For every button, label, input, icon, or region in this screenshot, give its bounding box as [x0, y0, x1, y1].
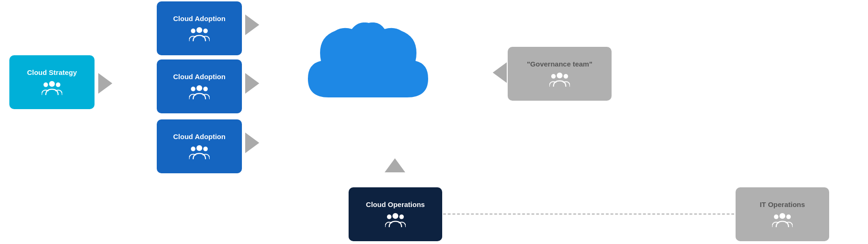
it-operations-label: IT Operations — [760, 200, 805, 209]
cloud-adoption-bot-card: Cloud Adoption — [157, 119, 242, 173]
svg-point-5 — [203, 29, 208, 33]
cloud-strategy-label: Cloud Strategy — [27, 68, 77, 77]
svg-point-20 — [786, 214, 791, 219]
cloud-shape — [295, 22, 430, 121]
governance-people-icon — [549, 71, 570, 88]
adoption-mid-people-icon — [189, 84, 210, 101]
svg-point-14 — [399, 214, 404, 219]
svg-point-4 — [191, 29, 196, 33]
svg-point-17 — [563, 74, 568, 79]
svg-point-13 — [387, 214, 392, 219]
cloud-adoption-mid-label: Cloud Adoption — [173, 73, 226, 81]
cloud-adoption-top-card: Cloud Adoption — [157, 1, 242, 55]
svg-point-12 — [393, 213, 398, 219]
svg-point-3 — [197, 27, 202, 33]
svg-point-11 — [203, 147, 208, 151]
svg-point-6 — [197, 85, 202, 91]
it-operations-people-icon — [772, 212, 793, 229]
adoption-top-people-icon — [189, 26, 210, 43]
arrow-adoption-mid — [245, 73, 259, 94]
arrow-ops-up — [385, 158, 405, 172]
svg-point-19 — [774, 214, 779, 219]
cloud-adoption-top-label: Cloud Adoption — [173, 15, 226, 23]
arrow-adoption-bot — [245, 133, 259, 153]
cloud-strategy-card: Cloud Strategy — [9, 55, 95, 109]
cloud-operations-card: Cloud Operations — [349, 187, 442, 241]
cloud-adoption-bot-label: Cloud Adoption — [173, 133, 226, 141]
governance-team-card: "Governance team" — [508, 47, 612, 101]
arrow-governance — [493, 62, 507, 83]
adoption-bot-people-icon — [189, 144, 210, 161]
diagram: Cloud Strategy Cloud Adoption Cloud Adop… — [0, 0, 868, 244]
svg-point-8 — [203, 87, 208, 91]
svg-point-1 — [44, 82, 48, 87]
svg-point-9 — [197, 145, 202, 151]
cloud-operations-label: Cloud Operations — [366, 200, 425, 209]
arrow-adoption-top — [245, 15, 259, 35]
svg-point-0 — [49, 81, 55, 87]
svg-point-16 — [551, 74, 556, 79]
governance-team-label: "Governance team" — [527, 60, 592, 68]
svg-point-7 — [191, 87, 196, 91]
dashed-line-ops — [443, 214, 734, 214]
svg-point-18 — [780, 213, 785, 219]
svg-point-15 — [557, 73, 562, 78]
cloud-operations-people-icon — [385, 212, 406, 229]
arrow-strategy-to-adoption — [98, 73, 112, 94]
it-operations-card: IT Operations — [736, 187, 829, 241]
svg-point-10 — [191, 147, 196, 151]
svg-point-2 — [56, 82, 60, 87]
cloud-adoption-mid-card: Cloud Adoption — [157, 59, 242, 113]
cloud-strategy-people-icon — [42, 80, 62, 96]
